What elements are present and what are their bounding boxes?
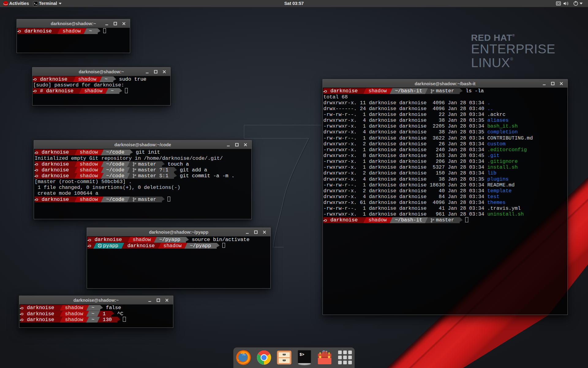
svg-text:$>: $> [300,352,304,357]
